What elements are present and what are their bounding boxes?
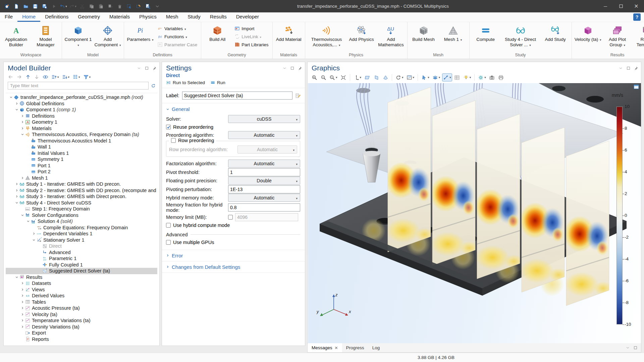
move-down-button[interactable]: [34, 74, 40, 80]
view-options-button[interactable]: ▾: [442, 73, 452, 81]
tree-node[interactable]: Study 2 - Iterative: GMRES with DD preco…: [6, 187, 157, 194]
ribbon-result-templates[interactable]: Result Templates: [633, 24, 644, 49]
play-button[interactable]: [50, 2, 58, 11]
maximize-button[interactable]: [613, 0, 629, 12]
expander-icon[interactable]: [20, 300, 25, 304]
checkbox[interactable]: [166, 223, 171, 228]
chevron-down-icon[interactable]: [626, 346, 630, 350]
ribbon-parameter-case[interactable]: PiParameter Case: [155, 41, 199, 49]
ribbon-build-all[interactable]: Build All: [203, 24, 232, 43]
expander-icon[interactable]: [20, 127, 25, 130]
expander-icon[interactable]: [14, 102, 19, 105]
nav-forward-button[interactable]: [16, 74, 22, 80]
tab-log[interactable]: Log: [368, 343, 384, 352]
filter-input[interactable]: [8, 82, 149, 89]
collapse-all-button[interactable]: ▾: [62, 74, 70, 80]
ribbon-add-plot-group[interactable]: Add Plot Group ▾: [603, 24, 632, 49]
label-input[interactable]: [182, 92, 292, 100]
expander-icon[interactable]: [14, 182, 19, 186]
scene-window-button[interactable]: ▾: [406, 73, 416, 81]
ribbon-parameters[interactable]: PiParameters ▾: [126, 24, 155, 43]
chevron-down-icon[interactable]: [619, 66, 623, 70]
duplicate-button[interactable]: [106, 2, 115, 11]
expander-icon[interactable]: [14, 276, 19, 279]
checkbox[interactable]: [171, 138, 176, 143]
tree-node[interactable]: Port 1: [6, 163, 157, 169]
menu-tab-results[interactable]: Results: [205, 12, 231, 22]
tree-node[interactable]: *Suggested Direct Solver (ta): [6, 268, 157, 274]
tree-node[interactable]: Reports: [6, 336, 157, 343]
zoom-in-button[interactable]: [310, 73, 318, 81]
tree-node[interactable]: Component 1(comp 1): [6, 107, 157, 113]
comsol-logo-button[interactable]: [3, 2, 11, 11]
ribbon-thermoviscous-acoustics-[interactable]: Thermoviscous Acoustics,... ▾: [307, 24, 346, 49]
print-button[interactable]: [497, 73, 505, 81]
ribbon-functions[interactable]: f(x)Functions ▾: [155, 33, 199, 41]
tree-node[interactable]: Temperature Variations (ta): [6, 317, 157, 324]
tree-node[interactable]: Port 2: [6, 169, 157, 175]
tree-node[interactable]: DInitial Values 1: [6, 150, 157, 157]
go-to-default-view-button[interactable]: ▾: [353, 73, 363, 81]
tree-node[interactable]: Fully Coupled 1: [6, 262, 157, 268]
tree-node[interactable]: Export: [6, 330, 157, 336]
help-button[interactable]: ?: [633, 13, 641, 21]
ribbon-add-material[interactable]: Add Material: [274, 24, 303, 43]
view-xz-button[interactable]: [381, 73, 389, 81]
ribbon-compute[interactable]: Compute: [471, 24, 500, 43]
tree-node[interactable]: transfer_impedance_perforate_cuDSS_image…: [6, 94, 157, 101]
refresh-icon[interactable]: [151, 83, 156, 88]
tree-node[interactable]: AGeometry 1: [6, 119, 157, 125]
menu-tab-physics[interactable]: Physics: [135, 12, 161, 22]
use-multiple-gpus-checkbox-row[interactable]: Use multiple GPUs: [166, 239, 300, 246]
tree-node[interactable]: Views: [6, 287, 157, 293]
float-icon[interactable]: [626, 66, 631, 70]
ribbon-part-libraries[interactable]: Part Libraries: [232, 41, 270, 49]
expander-icon[interactable]: [20, 319, 25, 322]
menu-tab-study[interactable]: Study: [183, 12, 205, 22]
ribbon-livelink[interactable]: LiveLink ▾: [232, 33, 270, 41]
menu-tab-developer[interactable]: Developer: [231, 12, 264, 22]
tree-node[interactable]: *Solution 4(sol4): [6, 218, 157, 225]
chevron-down-button[interactable]: [153, 2, 162, 11]
tree-node[interactable]: Symmetry 1: [6, 156, 157, 163]
tree-node[interactable]: Materials: [6, 125, 157, 132]
paste-button[interactable]: [97, 2, 105, 11]
update-settings-button[interactable]: ▾: [477, 73, 487, 81]
ribbon-import[interactable]: Import: [232, 24, 270, 33]
view-yz-button[interactable]: [372, 73, 380, 81]
tree-node[interactable]: Study 3 - Iterative: GMRES with Direct p…: [6, 193, 157, 200]
float-icon[interactable]: [633, 346, 638, 350]
checkbox[interactable]: [166, 125, 171, 129]
chevron-down-icon[interactable]: [282, 66, 287, 70]
save-search-button[interactable]: [40, 2, 49, 11]
text-field[interactable]: [228, 203, 300, 212]
tree-node[interactable]: Thermoviscous Acoustics, Frequency Domai…: [6, 131, 157, 138]
tree-node[interactable]: Results: [6, 274, 157, 281]
close-button[interactable]: ✕: [629, 0, 644, 12]
expander-icon[interactable]: [31, 232, 36, 235]
tree-node[interactable]: Velocity (ta): [6, 311, 157, 318]
image-to-table-button[interactable]: [453, 73, 461, 81]
ribbon-mesh-1[interactable]: Mesh 1 ▾: [439, 24, 468, 43]
tree-node[interactable]: DThermoviscous Acoustics Model 1: [6, 138, 157, 144]
ribbon-add-study[interactable]: Add Study: [541, 24, 570, 43]
expander-icon[interactable]: [20, 114, 25, 118]
tree-node[interactable]: au,fatCompile Equations: Frequency Domai…: [6, 225, 157, 231]
tree-node[interactable]: Mesh 1: [6, 175, 157, 181]
chevron-down-icon[interactable]: [137, 66, 141, 70]
tree-node[interactable]: Acoustic Pressure (ta): [6, 305, 157, 311]
dropdown[interactable]: Automatic▾: [228, 194, 300, 202]
tree-node[interactable]: Solver Configurations: [6, 212, 157, 219]
node-columns-button[interactable]: ▾: [72, 74, 80, 80]
expander-icon[interactable]: [20, 214, 25, 217]
tab-progress[interactable]: Progress: [342, 343, 368, 352]
ribbon-application-builder[interactable]: AApplication Builder: [2, 24, 31, 49]
tree-node[interactable]: *Stationary Solver 1: [6, 237, 157, 243]
checkbox[interactable]: [228, 215, 233, 220]
find-button[interactable]: [144, 2, 152, 11]
text-field[interactable]: [228, 168, 300, 176]
zoom-box-button[interactable]: ▾: [328, 73, 338, 81]
menu-tab-materials[interactable]: Materials: [105, 12, 135, 22]
zoom-extents-button[interactable]: [339, 73, 347, 81]
menu-tab-mesh[interactable]: Mesh: [161, 12, 183, 22]
